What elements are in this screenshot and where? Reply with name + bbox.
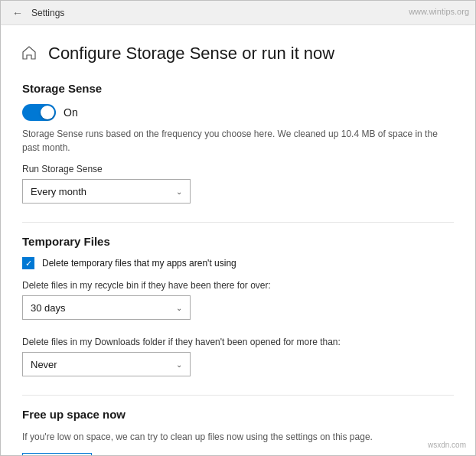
storage-sense-toggle[interactable] xyxy=(22,104,56,121)
toggle-row: On xyxy=(22,104,454,121)
dropdown-arrow-icon: ⌄ xyxy=(176,187,182,196)
recycle-bin-dropdown[interactable]: 30 days ⌄ xyxy=(22,295,191,320)
free-up-space-section: Free up space now If you're low on space… xyxy=(22,408,454,455)
divider-1 xyxy=(22,222,454,223)
toggle-label: On xyxy=(64,106,78,119)
recycle-bin-label: Delete files in my recycle bin if they h… xyxy=(22,280,454,291)
back-button[interactable]: ← xyxy=(10,5,25,21)
free-up-space-description: If you're low on space, we can try to cl… xyxy=(22,430,454,444)
downloads-folder-value: Never xyxy=(31,359,57,370)
page-header: Configure Storage Sense or run it now xyxy=(22,44,454,64)
title-bar: ← Settings xyxy=(1,1,475,25)
toggle-knob xyxy=(41,106,54,119)
storage-sense-title: Storage Sense xyxy=(22,82,454,95)
run-storage-sense-label: Run Storage Sense xyxy=(22,164,454,174)
downloads-folder-label: Delete files in my Downloads folder if t… xyxy=(22,337,454,347)
run-frequency-dropdown[interactable]: Every month ⌄ xyxy=(22,179,191,204)
run-frequency-value: Every month xyxy=(31,186,86,197)
settings-window: ← Settings www.wintips.org Configure Sto… xyxy=(0,0,476,456)
recycle-bin-value: 30 days xyxy=(31,302,66,314)
delete-temp-files-row: ✓ Delete temporary files that my apps ar… xyxy=(22,257,454,269)
temporary-files-title: Temporary Files xyxy=(22,235,454,248)
watermark-bottom: wsxdn.com xyxy=(428,441,466,449)
recycle-dropdown-arrow-icon: ⌄ xyxy=(176,304,182,312)
divider-2 xyxy=(22,395,454,396)
storage-sense-description: Storage Sense runs based on the frequenc… xyxy=(22,127,454,155)
temporary-files-section: Temporary Files ✓ Delete temporary files… xyxy=(22,235,454,376)
home-icon[interactable] xyxy=(22,46,37,61)
checkmark-icon: ✓ xyxy=(25,259,32,268)
storage-sense-section: Storage Sense On Storage Sense runs base… xyxy=(22,82,454,204)
watermark-top: www.wintips.org xyxy=(409,7,469,16)
title-bar-label: Settings xyxy=(31,8,64,18)
downloads-folder-dropdown[interactable]: Never ⌄ xyxy=(22,352,191,376)
delete-temp-files-checkbox[interactable]: ✓ xyxy=(22,257,34,269)
page-content: Configure Storage Sense or run it now St… xyxy=(1,25,475,455)
page-title: Configure Storage Sense or run it now xyxy=(48,44,334,64)
delete-temp-files-label: Delete temporary files that my apps aren… xyxy=(42,258,236,269)
downloads-dropdown-arrow-icon: ⌄ xyxy=(176,360,182,369)
clean-now-button[interactable]: Clean now xyxy=(22,453,92,455)
free-up-space-title: Free up space now xyxy=(22,408,454,421)
